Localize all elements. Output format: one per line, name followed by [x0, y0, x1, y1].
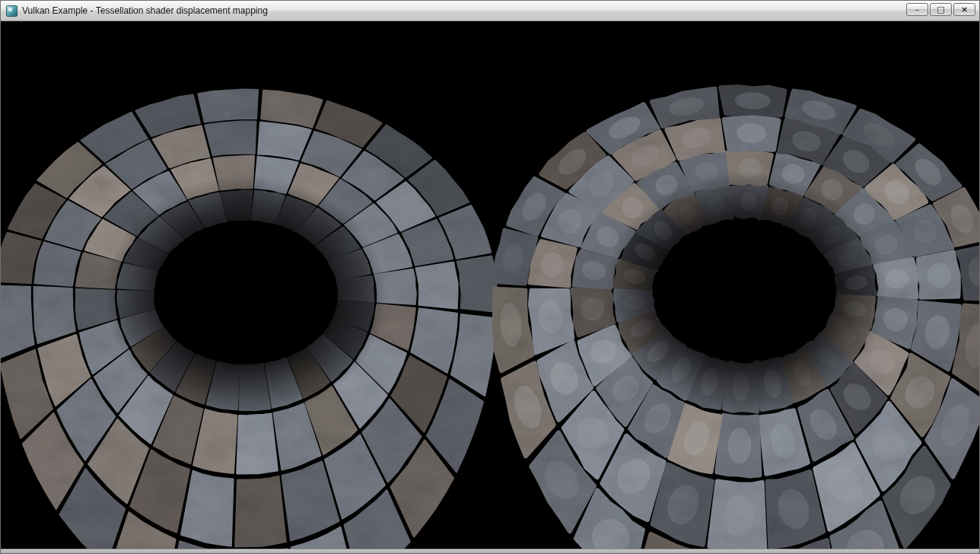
titlebar[interactable]: Vulkan Example - Tessellation shader dis… — [1, 1, 979, 21]
close-button[interactable]: × — [953, 3, 975, 16]
minimize-button[interactable]: – — [906, 3, 928, 16]
window-title: Vulkan Example - Tessellation shader dis… — [22, 5, 268, 16]
window-controls: – □ × — [906, 1, 975, 16]
window-bottom-border — [1, 549, 979, 553]
app-icon — [6, 5, 18, 17]
maximize-button[interactable]: □ — [930, 3, 952, 16]
vulkan-render-canvas[interactable] — [1, 21, 979, 549]
app-window: Vulkan Example - Tessellation shader dis… — [0, 0, 980, 554]
film-grain-overlay — [1, 21, 979, 549]
render-viewport — [1, 21, 979, 549]
